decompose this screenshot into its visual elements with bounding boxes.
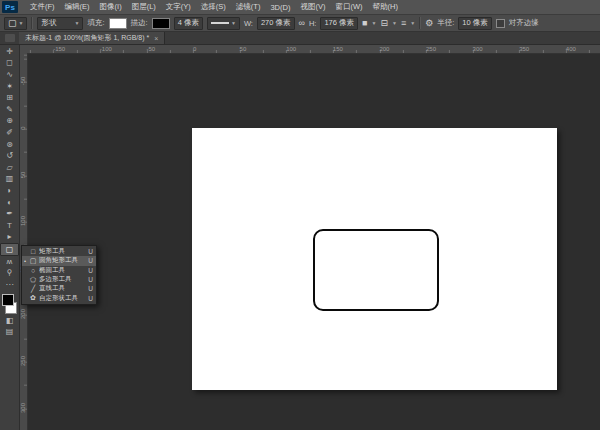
menubar-item-6[interactable]: 滤镜(T): [231, 2, 266, 12]
menubar-item-10[interactable]: 帮助(H): [368, 2, 403, 12]
toolbar-more[interactable]: ⋯: [1, 279, 18, 291]
flyout-item-ellipse-tool[interactable]: ○椭圆工具U: [22, 266, 96, 275]
menubar-item-4[interactable]: 文字(Y): [161, 2, 196, 12]
document-tab[interactable]: 未标题-1 @ 100%(圆角矩形 1, RGB/8) * ×: [19, 32, 165, 44]
rectangle-icon: □: [29, 248, 37, 255]
blur-tool[interactable]: ◗: [1, 185, 18, 197]
flyout-item-shortcut: U: [88, 295, 93, 302]
menubar-item-9[interactable]: 窗口(W): [330, 2, 367, 12]
flyout-item-label: 圆角矩形工具: [39, 256, 84, 265]
ellipse-icon: ○: [29, 267, 37, 274]
pasteboard: [28, 53, 600, 430]
hruler-label: -150: [53, 45, 65, 53]
crop-tool[interactable]: ⊞: [1, 92, 18, 104]
vruler-label: -50: [19, 75, 27, 87]
menubar-item-5[interactable]: 选择(S): [196, 2, 231, 12]
menu-items: 文件(F)编辑(E)图像(I)图层(L)文字(Y)选择(S)滤镜(T)3D(D)…: [25, 2, 403, 12]
menubar-item-0[interactable]: 文件(F): [25, 2, 60, 12]
hruler-label: 50: [240, 45, 247, 53]
tool-preset-button[interactable]: ▢ ▼: [4, 17, 27, 30]
polygon-icon: ⬠: [29, 276, 37, 284]
zoom-tool[interactable]: ⚲: [1, 268, 18, 280]
align-edges-checkbox[interactable]: [496, 19, 505, 28]
color-swatches[interactable]: [1, 293, 18, 315]
close-icon[interactable]: ×: [154, 35, 158, 42]
chevron-down-icon: ▼: [392, 21, 397, 26]
radius-field[interactable]: 10 像素: [458, 17, 491, 30]
radius-label: 半径:: [437, 18, 454, 28]
menubar-item-2[interactable]: 图像(I): [95, 2, 127, 12]
eyedropper-tool[interactable]: ✎: [1, 104, 18, 116]
divider: [419, 17, 421, 29]
align-edges-label: 对齐边缘: [509, 18, 539, 28]
tool-mode-label: 形状: [41, 18, 56, 28]
tools-panel: ✛◻∿✶⊞✎⊕✐⊛↺▱▥◗◐✒T▸▢ʍ⚲⋯◧▤: [0, 45, 20, 430]
shape-height-field[interactable]: 176 像素: [320, 17, 358, 30]
flyout-item-custom-shape-tool[interactable]: ✿自定形状工具U: [22, 293, 96, 302]
flyout-item-polygon-tool[interactable]: ⬠多边形工具U: [22, 275, 96, 284]
rounded-rectangle-shape: [313, 229, 439, 311]
document-tab-title: 未标题-1 @ 100%(圆角矩形 1, RGB/8) *: [25, 33, 149, 43]
flyout-item-label: 自定形状工具: [39, 294, 84, 303]
pen-tool[interactable]: ✒: [1, 208, 18, 220]
tool-mode-dropdown[interactable]: 形状 ▼: [37, 17, 83, 30]
radius-value: 10 像素: [462, 18, 487, 28]
shape-tools-flyout-menu: □矩形工具U•▢圆角矩形工具U○椭圆工具U⬠多边形工具U╱直线工具U✿自定形状工…: [21, 245, 97, 305]
menubar-item-3[interactable]: 图层(L): [127, 2, 161, 12]
rounded-rectangle-preset-icon: ▢: [8, 19, 17, 28]
stroke-label: 描边:: [131, 18, 148, 28]
link-dimensions-icon[interactable]: ∞: [299, 19, 305, 28]
rounded-rectangle-tool[interactable]: ▢: [0, 243, 19, 256]
rounded-rectangle-icon: ▢: [29, 257, 37, 265]
dodge-tool[interactable]: ◐: [1, 197, 18, 209]
hruler-label: 350: [519, 45, 529, 53]
type-tool[interactable]: T: [1, 220, 18, 232]
flyout-item-shortcut: U: [88, 248, 93, 255]
fill-color-swatch[interactable]: [109, 18, 127, 29]
stroke-style-dropdown[interactable]: ▼: [207, 17, 240, 30]
path-operations-button[interactable]: ■: [362, 19, 367, 28]
path-arrangement-button[interactable]: ≡: [401, 19, 406, 28]
brush-tool[interactable]: ✐: [1, 127, 18, 139]
flyout-item-shortcut: U: [88, 276, 93, 283]
horizontal-ruler[interactable]: -150-100-50050100150200250300350400: [27, 45, 600, 54]
gradient-tool[interactable]: ▥: [1, 174, 18, 186]
hruler-label: 0: [193, 45, 196, 53]
quick-mask-button[interactable]: ◧: [1, 315, 18, 327]
document-canvas[interactable]: [192, 128, 557, 390]
chevron-down-icon: ▼: [75, 21, 80, 26]
fill-label: 填充:: [87, 18, 104, 28]
chevron-down-icon: ▼: [410, 21, 415, 26]
stroke-width-field[interactable]: 4 像素: [174, 17, 203, 30]
eraser-tool[interactable]: ▱: [1, 162, 18, 174]
clone-stamp-tool[interactable]: ⊛: [1, 139, 18, 151]
vruler-label: 100: [19, 215, 27, 227]
history-brush-tool[interactable]: ↺: [1, 150, 18, 162]
menubar-item-8[interactable]: 视图(V): [295, 2, 330, 12]
move-tool[interactable]: ✛: [1, 46, 18, 58]
menubar-item-7[interactable]: 3D(D): [265, 3, 295, 12]
flyout-item-rounded-rectangle-tool[interactable]: •▢圆角矩形工具U: [22, 256, 96, 265]
stroke-color-swatch[interactable]: [152, 18, 170, 29]
shape-width-field[interactable]: 270 像素: [257, 17, 295, 30]
healing-brush-tool[interactable]: ⊕: [1, 116, 18, 128]
stroke-style-line-icon: [211, 22, 229, 24]
vertical-ruler[interactable]: -50050100150200250300: [19, 53, 28, 430]
width-label: W:: [244, 19, 253, 28]
tab-bar-leading-button[interactable]: [5, 34, 15, 42]
custom-shape-icon: ✿: [29, 294, 37, 302]
path-selection-tool[interactable]: ▸: [1, 232, 18, 244]
menubar-item-1[interactable]: 编辑(E): [60, 2, 95, 12]
rectangular-marquee-tool[interactable]: ◻: [1, 58, 18, 70]
vruler-label: 250: [19, 355, 27, 367]
flyout-item-rectangle-tool[interactable]: □矩形工具U: [22, 247, 96, 256]
lasso-tool[interactable]: ∿: [1, 69, 18, 81]
quick-selection-tool[interactable]: ✶: [1, 81, 18, 93]
foreground-color-swatch[interactable]: [2, 294, 14, 306]
hand-tool[interactable]: ʍ: [1, 256, 18, 268]
path-alignment-button[interactable]: ⊟: [380, 19, 388, 28]
chevron-down-icon: ▼: [231, 21, 236, 26]
gear-icon[interactable]: ⚙: [425, 19, 433, 28]
flyout-item-line-tool[interactable]: ╱直线工具U: [22, 284, 96, 293]
screen-mode-button[interactable]: ▤: [1, 326, 18, 338]
